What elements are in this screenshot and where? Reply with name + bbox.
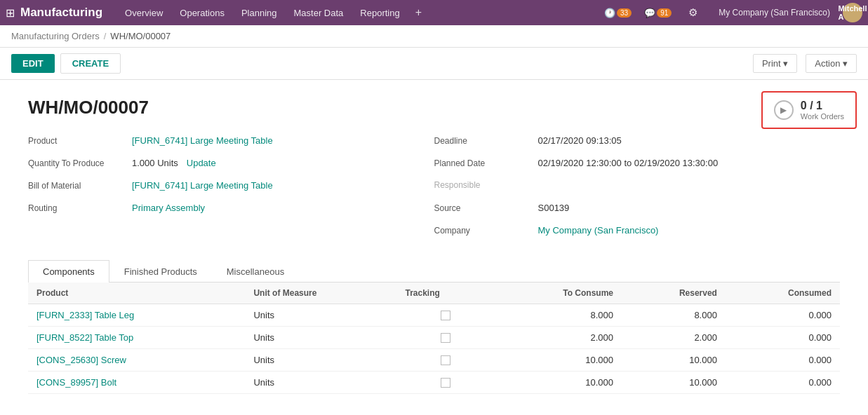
brand-name: Manufacturing [20,6,102,20]
work-orders-badge[interactable]: ▶ 0 / 1 Work Orders [761,91,857,129]
deadline-value: 02/17/2020 09:13:05 [538,135,622,146]
clock-count: 33 [617,8,632,18]
cell-to-consume: 2.000 [495,327,622,349]
print-chevron-icon: ▾ [783,58,788,69]
routing-label: Routing [28,203,126,213]
cell-tracking[interactable] [396,349,494,372]
col-reserved: Reserved [622,283,726,304]
table-row: [FURN_2333] Table Leg Units 8.000 8.000 … [28,304,840,327]
cell-product[interactable]: [CONS_89957] Bolt [28,372,245,394]
product-value[interactable]: [FURN_6741] Large Meeting Table [132,135,273,146]
col-product: Product [28,283,245,304]
action-chevron-icon: ▾ [843,58,848,69]
planned-date-label: Planned Date [434,158,533,168]
tracking-checkbox[interactable] [441,311,450,320]
breadcrumb-current: WH/MO/00007 [110,31,171,41]
nav-add[interactable]: + [408,0,429,25]
company-value[interactable]: My Company (San Francisco) [538,225,659,236]
cell-tracking[interactable] [396,327,494,349]
planned-date-value: 02/19/2020 12:30:00 to 02/19/2020 13:30:… [538,158,719,168]
nav-reporting[interactable]: Reporting [352,0,408,25]
work-orders-label: Work Orders [801,112,844,121]
cell-consumed: 0.000 [726,372,840,394]
settings-icon[interactable]: ⚙ [680,0,706,25]
col-tracking: Tracking [396,283,494,304]
cell-tracking[interactable] [396,372,494,394]
chat-count: 91 [657,8,672,18]
nav-overview[interactable]: Overview [116,0,171,25]
cell-to-consume: 8.000 [495,304,622,327]
cell-reserved: 10.000 [622,349,726,372]
chat-icon: 💬 [644,8,655,18]
nav-planning[interactable]: Planning [233,0,286,25]
routing-value[interactable]: Primary Assembly [132,203,205,213]
cell-consumed: 0.000 [726,349,840,372]
tracking-checkbox[interactable] [441,378,450,388]
cell-consumed: 0.000 [726,327,840,349]
deadline-label: Deadline [434,136,533,146]
print-label: Print [762,58,781,69]
nav-operations[interactable]: Operations [171,0,233,25]
clock-icon: 🕐 [604,8,615,18]
breadcrumb-parent[interactable]: Manufacturing Orders [11,31,100,41]
action-label: Action [815,58,840,69]
clock-badge[interactable]: 🕐 33 [600,8,636,18]
nav-master-data[interactable]: Master Data [286,0,352,25]
play-icon: ▶ [774,100,794,120]
quantity-value: 1.000 Units [132,158,178,168]
tracking-checkbox[interactable] [441,355,450,365]
cell-reserved: 10.000 [622,372,726,394]
components-table: Product Unit of Measure Tracking To Cons… [28,283,840,394]
cell-reserved: 8.000 [622,304,726,327]
cell-product[interactable]: [CONS_25630] Screw [28,349,245,372]
cell-product[interactable]: [FURN_8522] Table Top [28,327,245,349]
quantity-label: Quantity To Produce [28,158,126,168]
cell-reserved: 2.000 [622,327,726,349]
tab-finished-products[interactable]: Finished Products [109,260,212,283]
chat-badge[interactable]: 💬 91 [640,8,676,18]
grid-icon[interactable]: ⊞ [6,6,15,20]
source-label: Source [434,203,533,213]
cell-uom: Units [245,304,396,327]
bom-value[interactable]: [FURN_6741] Large Meeting Table [132,180,273,191]
create-button[interactable]: CREATE [60,53,121,74]
source-value: S00139 [538,203,570,213]
breadcrumb-separator: / [104,31,107,41]
col-to-consume: To Consume [495,283,622,304]
company-selector[interactable]: My Company (San Francisco) [710,0,839,25]
table-row: [FURN_8522] Table Top Units 2.000 2.000 … [28,327,840,349]
table-row: [CONS_25630] Screw Units 10.000 10.000 0… [28,349,840,372]
table-row: [CONS_89957] Bolt Units 10.000 10.000 0.… [28,372,840,394]
cell-tracking[interactable] [396,304,494,327]
cell-uom: Units [245,327,396,349]
edit-button[interactable]: EDIT [11,54,55,73]
tab-components[interactable]: Components [28,260,109,283]
product-label: Product [28,136,126,146]
col-uom: Unit of Measure [245,283,396,304]
work-orders-count: 0 / 1 [801,100,844,112]
responsible-label: Responsible [434,180,533,190]
tabs-container: Components Finished Products Miscellaneo… [28,260,840,283]
user-avatar[interactable]: Mitchell A [843,3,862,22]
col-consumed: Consumed [726,283,840,304]
cell-to-consume: 10.000 [495,372,622,394]
action-button[interactable]: Action ▾ [806,54,857,73]
form-title: WH/MO/00007 [28,97,840,118]
cell-uom: Units [245,349,396,372]
cell-consumed: 0.000 [726,304,840,327]
update-button[interactable]: Update [184,158,219,168]
print-button[interactable]: Print ▾ [753,54,797,73]
tracking-checkbox[interactable] [441,333,450,343]
cell-uom: Units [245,372,396,394]
company-label: Company [434,226,533,236]
cell-product[interactable]: [FURN_2333] Table Leg [28,304,245,327]
bom-label: Bill of Material [28,181,126,191]
tab-miscellaneous[interactable]: Miscellaneous [212,260,299,283]
cell-to-consume: 10.000 [495,349,622,372]
